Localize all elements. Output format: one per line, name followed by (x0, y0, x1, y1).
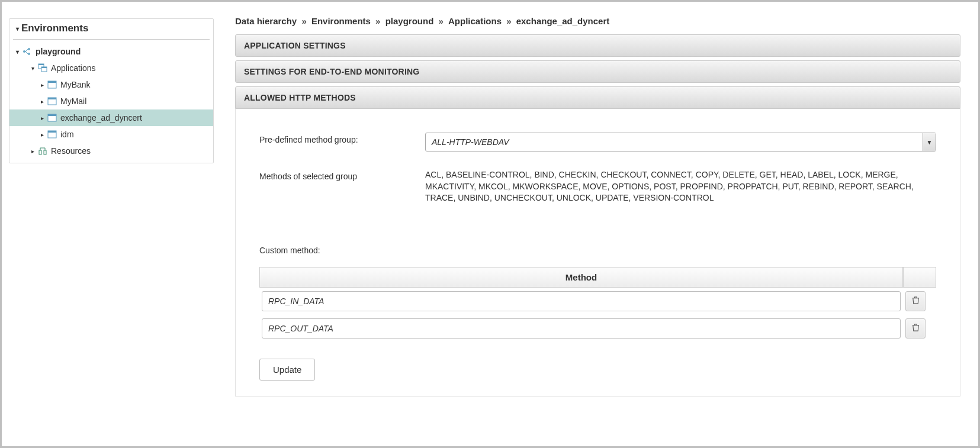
chevron-right-icon: ▸ (38, 82, 46, 88)
trash-icon (911, 323, 920, 334)
select-predefined-method-group[interactable]: ALL-HTTP-WEBDAV ▼ (425, 133, 936, 152)
panel-body-allowed-http-methods: Pre-defined method group: ALL-HTTP-WEBDA… (235, 109, 960, 397)
svg-point-2 (28, 53, 30, 55)
dropdown-arrow-icon: ▼ (923, 133, 936, 151)
svg-rect-8 (48, 81, 56, 83)
breadcrumb-sep-icon: » (506, 16, 511, 26)
select-value: ALL-HTTP-WEBDAV (426, 137, 923, 147)
main-content: Data hierarchy » Environments » playgrou… (221, 2, 978, 446)
delete-method-button[interactable] (905, 291, 926, 311)
chevron-right-icon: ▸ (38, 115, 46, 121)
tree-node-app-idm[interactable]: ▸ idm (9, 126, 213, 143)
tree-node-resources[interactable]: ▸ Resources (9, 143, 213, 159)
application-icon (47, 113, 57, 123)
chevron-down-icon: ▾ (13, 49, 21, 55)
tree-label: exchange_ad_dyncert (60, 113, 142, 123)
table-row (259, 315, 936, 342)
environment-icon (23, 47, 32, 56)
table-row (259, 288, 936, 315)
sidebar: ▾ Environments ▾ playground ▾ Applicatio… (2, 2, 221, 446)
panel-title: APPLICATION SETTINGS (244, 41, 346, 50)
svg-rect-15 (39, 150, 41, 154)
panel-header-application-settings[interactable]: APPLICATION SETTINGS (235, 34, 960, 57)
label-custom-method: Custom method: (259, 246, 936, 255)
panel-header-e2e-monitoring[interactable]: SETTINGS FOR END-TO-END MONITORING (235, 60, 960, 83)
resources-icon (38, 146, 47, 156)
panel-title: ALLOWED HTTP METHODS (244, 93, 356, 102)
application-icon (47, 96, 57, 106)
tree-label: playground (36, 47, 81, 56)
application-icon (47, 130, 57, 139)
chevron-right-icon: ▸ (38, 131, 46, 138)
panel-header-allowed-http-methods[interactable]: ALLOWED HTTP METHODS (235, 86, 960, 109)
update-button-label: Update (273, 365, 301, 375)
label-methods-of-group: Methods of selected group (259, 169, 425, 181)
svg-rect-6 (41, 67, 47, 68)
table-header-method: Method (259, 267, 903, 288)
breadcrumb-item[interactable]: playground (385, 16, 434, 26)
svg-rect-12 (48, 114, 56, 116)
chevron-right-icon: ▸ (38, 98, 46, 105)
chevron-down-icon: ▾ (28, 65, 37, 72)
tree-label: Applications (51, 63, 96, 73)
panel-title: SETTINGS FOR END-TO-END MONITORING (244, 67, 419, 76)
tree-root-label: Environments (21, 22, 88, 34)
breadcrumb-item[interactable]: Data hierarchy (235, 16, 297, 26)
methods-of-group-text: ACL, BASELINE-CONTROL, BIND, CHECKIN, CH… (425, 169, 936, 204)
update-button[interactable]: Update (259, 359, 315, 381)
tree-node-app-mymail[interactable]: ▸ MyMail (9, 93, 213, 109)
breadcrumb-sep-icon: » (375, 16, 380, 26)
custom-methods-table: Method (259, 267, 936, 342)
applications-icon (38, 63, 47, 73)
breadcrumb: Data hierarchy » Environments » playgrou… (235, 16, 960, 26)
svg-rect-10 (48, 98, 56, 99)
tree-node-app-exchange-ad-dyncert[interactable]: ▸ exchange_ad_dyncert (9, 109, 213, 126)
chevron-right-icon: ▸ (28, 148, 37, 154)
svg-point-0 (23, 50, 25, 53)
breadcrumb-item[interactable]: exchange_ad_dyncert (516, 16, 610, 26)
delete-method-button[interactable] (905, 318, 926, 339)
table-header-actions (903, 267, 936, 288)
custom-method-input[interactable] (262, 291, 901, 311)
breadcrumb-item[interactable]: Environments (311, 16, 371, 26)
svg-rect-16 (44, 150, 46, 154)
tree-node-applications[interactable]: ▾ Applications (9, 60, 213, 76)
tree-label: Resources (51, 146, 91, 156)
breadcrumb-sep-icon: » (301, 16, 306, 26)
chevron-down-icon: ▾ (13, 25, 21, 32)
custom-method-input[interactable] (262, 318, 901, 339)
breadcrumb-sep-icon: » (438, 16, 443, 26)
tree-node-app-mybank[interactable]: ▸ MyBank (9, 76, 213, 93)
tree-label: idm (60, 130, 74, 139)
breadcrumb-item[interactable]: Applications (448, 16, 502, 26)
tree-label: MyBank (60, 80, 91, 89)
tree-label: MyMail (60, 96, 86, 106)
label-predefined-method-group: Pre-defined method group: (259, 133, 425, 144)
application-icon (47, 80, 57, 89)
trash-icon (911, 296, 920, 307)
svg-point-1 (28, 48, 30, 50)
svg-rect-5 (38, 64, 44, 65)
tree-root-environments[interactable]: ▾ Environments (9, 19, 213, 39)
divider (13, 39, 210, 40)
svg-rect-14 (48, 131, 56, 133)
tree-node-playground[interactable]: ▾ playground (9, 43, 213, 60)
